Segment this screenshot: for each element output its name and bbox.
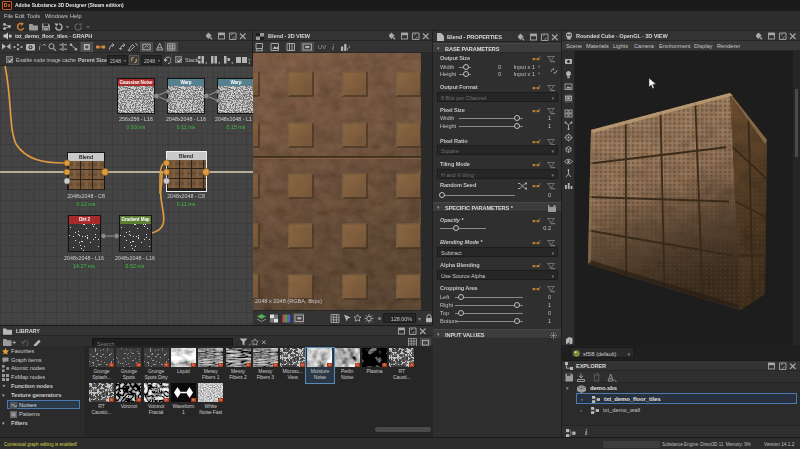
svg-text:2048 x 2048 (RGBA, 8bpc): 2048 x 2048 (RGBA, 8bpc) xyxy=(255,298,322,304)
svg-text:UV: UV xyxy=(318,44,326,50)
svg-text:i: i xyxy=(332,43,334,52)
svg-text:i: i xyxy=(39,42,42,52)
